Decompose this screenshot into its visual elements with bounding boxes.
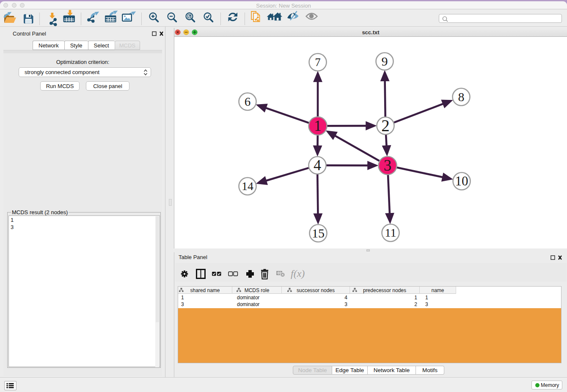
svg-text:9: 9 (382, 54, 388, 68)
svg-text:7: 7 (315, 56, 321, 69)
svg-text:f(x): f(x) (291, 268, 305, 279)
svg-text:11: 11 (385, 226, 396, 239)
svg-text:3: 3 (384, 157, 392, 174)
svg-text:10: 10 (455, 174, 468, 188)
svg-text:14: 14 (242, 179, 253, 193)
svg-text:6: 6 (245, 95, 251, 108)
svg-text:15: 15 (312, 226, 325, 240)
svg-text:1: 1 (314, 118, 322, 134)
svg-text:2: 2 (381, 116, 390, 135)
svg-text:4: 4 (314, 157, 321, 174)
svg-text:8: 8 (458, 90, 465, 104)
